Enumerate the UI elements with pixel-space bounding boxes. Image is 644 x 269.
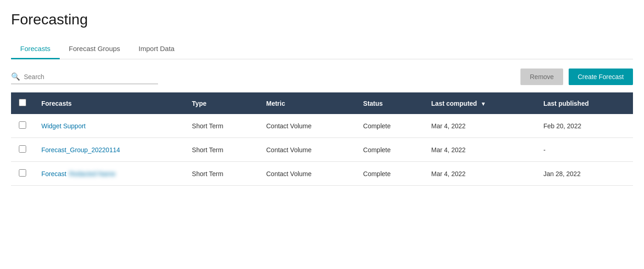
table-row: Forecast_Group_20220114 Short Term Conta…	[11, 138, 633, 162]
row-checkbox-cell	[11, 114, 34, 138]
page-container: Forecasting Forecasts Forecast Groups Im…	[0, 0, 644, 269]
header-metric: Metric	[259, 92, 356, 114]
forecast-name-cell: Forecast Redacted Name	[34, 162, 185, 186]
row-checkbox[interactable]	[19, 169, 26, 177]
forecasts-table: Forecasts Type Metric Status Last comput…	[11, 92, 633, 186]
tab-forecast-groups[interactable]: Forecast Groups	[60, 39, 130, 59]
page-header: Forecasting Forecasts Forecast Groups Im…	[0, 0, 644, 59]
search-wrapper: 🔍	[11, 69, 158, 84]
metric-cell: Contact Volume	[259, 114, 356, 138]
forecast-link[interactable]: Widget Support	[41, 122, 86, 130]
header-status: Status	[356, 92, 424, 114]
status-cell: Complete	[356, 114, 424, 138]
last-published-cell: Feb 20, 2022	[536, 114, 633, 138]
forecast-name-cell: Widget Support	[34, 114, 185, 138]
remove-button[interactable]: Remove	[520, 69, 563, 85]
row-checkbox-cell	[11, 162, 34, 186]
forecast-link[interactable]: Forecast_Group_20220114	[41, 146, 120, 154]
row-checkbox-cell	[11, 138, 34, 162]
header-type: Type	[185, 92, 259, 114]
search-input[interactable]	[24, 73, 158, 80]
metric-cell: Contact Volume	[259, 162, 356, 186]
tab-forecasts[interactable]: Forecasts	[11, 39, 60, 59]
table-row: Forecast Redacted Name Short Term Contac…	[11, 162, 633, 186]
page-title: Forecasting	[11, 11, 633, 28]
table-body: Widget Support Short Term Contact Volume…	[11, 114, 633, 186]
last-computed-cell: Mar 4, 2022	[424, 138, 536, 162]
row-checkbox[interactable]	[19, 121, 26, 129]
table-container: Forecasts Type Metric Status Last comput…	[0, 92, 644, 186]
forecast-name-cell: Forecast_Group_20220114	[34, 138, 185, 162]
tabs-container: Forecasts Forecast Groups Import Data	[11, 39, 633, 59]
last-computed-cell: Mar 4, 2022	[424, 162, 536, 186]
status-cell: Complete	[356, 138, 424, 162]
forecast-name-blurred: Redacted Name	[68, 170, 115, 177]
toolbar: 🔍 Remove Create Forecast	[0, 59, 644, 92]
forecast-link[interactable]: Forecast Redacted Name	[41, 170, 115, 177]
sort-icon: ▼	[480, 101, 486, 107]
header-checkbox-col	[11, 92, 34, 114]
last-published-cell: Jan 28, 2022	[536, 162, 633, 186]
type-cell: Short Term	[185, 114, 259, 138]
row-checkbox[interactable]	[19, 145, 26, 153]
table-row: Widget Support Short Term Contact Volume…	[11, 114, 633, 138]
create-forecast-button[interactable]: Create Forecast	[569, 69, 633, 85]
header-last-computed[interactable]: Last computed ▼	[424, 92, 536, 114]
status-cell: Complete	[356, 162, 424, 186]
last-computed-cell: Mar 4, 2022	[424, 114, 536, 138]
select-all-checkbox[interactable]	[19, 99, 26, 106]
last-published-cell: -	[536, 138, 633, 162]
type-cell: Short Term	[185, 138, 259, 162]
tab-import-data[interactable]: Import Data	[130, 39, 184, 59]
type-cell: Short Term	[185, 162, 259, 186]
table-header-row: Forecasts Type Metric Status Last comput…	[11, 92, 633, 114]
metric-cell: Contact Volume	[259, 138, 356, 162]
search-icon: 🔍	[11, 72, 20, 81]
forecast-name-visible: Forecast	[41, 170, 66, 177]
header-forecasts: Forecasts	[34, 92, 185, 114]
header-last-published: Last published	[536, 92, 633, 114]
